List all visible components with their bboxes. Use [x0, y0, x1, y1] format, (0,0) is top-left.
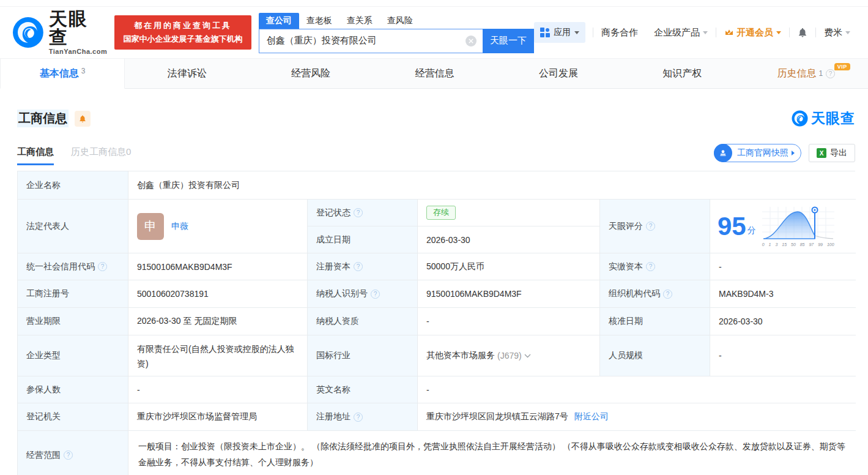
- enterprise-products-menu[interactable]: 企业级产品: [646, 27, 716, 39]
- monitor-bell-button[interactable]: [75, 111, 91, 127]
- nearby-companies-link[interactable]: 附近公司: [574, 411, 609, 422]
- notifications-bell-button[interactable]: [790, 27, 815, 38]
- tab-history-info-count: 1: [818, 69, 823, 78]
- search-tabs: 查公司 查老板 查关系 查风险: [259, 12, 534, 29]
- business-cooperation-link[interactable]: 商务合作: [593, 27, 646, 39]
- search-tab-relation[interactable]: 查关系: [339, 13, 380, 29]
- value-insured-count: -: [128, 376, 308, 403]
- chevron-down-icon[interactable]: [524, 354, 531, 358]
- subtab-row: 工商信息 历史工商信息0 工商官网快照 X 导出: [17, 144, 855, 167]
- tab-basic-info-label: 基本信息: [40, 67, 79, 80]
- score-axis-ticks: 0131550859799100: [762, 242, 834, 247]
- label-english-name: 英文名称: [308, 376, 418, 403]
- chevron-down-icon: [776, 31, 781, 34]
- value-registration-number: 500106020738191: [128, 280, 308, 308]
- page-top-divider: [0, 0, 868, 7]
- chevron-down-icon: [845, 31, 850, 34]
- tab-basic-info-count: 3: [81, 67, 86, 75]
- label-establish-date: 成立日期: [308, 226, 418, 253]
- value-tyc-score[interactable]: 95 分: [710, 200, 856, 253]
- official-snapshot-button[interactable]: 工商官网快照: [714, 144, 801, 162]
- value-paid-capital: -: [710, 253, 856, 280]
- help-icon[interactable]: ?: [354, 413, 363, 422]
- tab-intellectual-property-label: 知识产权: [662, 67, 702, 80]
- official-snapshot-label: 工商官网快照: [737, 148, 788, 159]
- search-button[interactable]: 天眼一下: [483, 29, 534, 53]
- label-registration-number: 工商注册号: [18, 280, 128, 308]
- value-business-term: 2026-03-30 至 无固定期限: [128, 308, 308, 335]
- tab-operation-risk-label: 经营风险: [291, 67, 330, 80]
- label-taxpayer-id: 纳税人识别号 ?: [308, 280, 418, 308]
- tab-company-development[interactable]: 公司发展: [497, 59, 620, 88]
- value-legal-representative: 申 申薇: [128, 200, 308, 253]
- excel-icon: X: [817, 148, 826, 158]
- help-icon[interactable]: ?: [826, 69, 835, 78]
- avatar[interactable]: 申: [137, 213, 164, 240]
- value-registered-capital: 50000万人民币: [418, 253, 600, 280]
- arrow-right-icon: [792, 151, 795, 155]
- help-icon[interactable]: ?: [64, 451, 73, 460]
- label-business-scope: 经营范围 ?: [18, 431, 128, 475]
- legal-representative-link[interactable]: 申薇: [171, 221, 188, 232]
- label-registered-capital: 注册资本 ?: [308, 253, 418, 280]
- username: 费米: [824, 27, 842, 39]
- topbar: 天眼查 TianYanCha.com 都在用的商业查询工具 国家中小企业发展子基…: [0, 7, 868, 58]
- section-title: 工商信息: [17, 110, 69, 127]
- value-approval-date: 2026-03-30: [710, 308, 856, 335]
- slogan-line-1: 都在用的商业查询工具: [134, 20, 232, 31]
- logo-domain: TianYanCha.com: [49, 48, 108, 55]
- help-icon[interactable]: ?: [98, 262, 107, 271]
- help-icon[interactable]: ?: [646, 262, 655, 271]
- tab-legal-litigation[interactable]: 法律诉讼: [125, 59, 248, 88]
- tab-basic-info[interactable]: 基本信息 3: [0, 59, 125, 89]
- help-icon[interactable]: ?: [663, 290, 672, 299]
- tab-legal-litigation-label: 法律诉讼: [168, 67, 207, 80]
- apps-menu-label: 应用: [554, 27, 571, 38]
- label-company-type: 企业类型: [18, 335, 128, 376]
- tianyancha-swirl-icon: [792, 110, 808, 127]
- value-credit-code: 91500106MAKB9D4M3F: [128, 253, 308, 280]
- subtab-history-business-info[interactable]: 历史工商信息0: [71, 146, 131, 165]
- help-icon[interactable]: ?: [354, 208, 363, 217]
- user-account-menu[interactable]: 费米: [816, 27, 858, 39]
- search-input[interactable]: [259, 29, 483, 53]
- status-badge: 存续: [426, 206, 456, 219]
- stamp-icon: [714, 144, 732, 162]
- bell-icon: [797, 27, 808, 38]
- value-registered-address: 重庆市沙坪坝区回龙坝镇五云湖路7号 附近公司: [418, 403, 856, 431]
- watermark-logo: 天眼查: [792, 109, 855, 128]
- subtab-business-info[interactable]: 工商信息: [17, 146, 54, 165]
- tab-company-development-label: 公司发展: [539, 67, 578, 80]
- open-vip-button[interactable]: 开通会员: [716, 27, 789, 39]
- label-registered-address: 注册地址 ?: [308, 403, 418, 431]
- search-tab-boss[interactable]: 查老板: [299, 13, 339, 29]
- help-icon[interactable]: ?: [646, 222, 655, 231]
- export-label: 导出: [830, 148, 847, 159]
- tianyancha-swirl-icon: [12, 17, 44, 48]
- tianyancha-logo[interactable]: 天眼查 TianYanCha.com: [12, 10, 107, 55]
- help-icon[interactable]: ?: [371, 290, 380, 299]
- value-org-code: MAKB9D4M-3: [710, 280, 856, 308]
- tab-operation-info-label: 经营信息: [415, 67, 454, 80]
- search-tab-risk[interactable]: 查风险: [380, 13, 420, 29]
- apps-menu-button[interactable]: 应用: [534, 22, 585, 43]
- tab-history-info[interactable]: VIP 历史信息 1 ?: [744, 59, 868, 88]
- value-taxpayer-quality: -: [418, 308, 600, 335]
- label-paid-capital: 实缴资本 ?: [600, 253, 710, 280]
- export-button[interactable]: X 导出: [809, 144, 855, 162]
- clear-search-icon[interactable]: [466, 36, 477, 47]
- value-staff-size: -: [710, 335, 856, 376]
- tab-operation-info[interactable]: 经营信息: [373, 59, 496, 88]
- business-info-table: 企业名称 创鑫（重庆）投资有限公司 法定代表人 申 申薇 登记状态 ? 存续 成…: [17, 171, 855, 475]
- crown-icon: [724, 28, 734, 37]
- label-org-code: 组织机构代码 ?: [600, 280, 710, 308]
- search-tab-company[interactable]: 查公司: [259, 13, 299, 29]
- help-icon[interactable]: ?: [354, 262, 363, 271]
- value-company-name: 创鑫（重庆）投资有限公司: [128, 171, 856, 200]
- value-industry[interactable]: 其他资本市场服务 (J679): [418, 335, 600, 376]
- tab-operation-risk[interactable]: 经营风险: [249, 59, 373, 88]
- tab-intellectual-property[interactable]: 知识产权: [620, 59, 744, 88]
- label-business-term: 营业期限: [18, 308, 128, 335]
- label-legal-representative: 法定代表人: [18, 200, 128, 253]
- watermark-logo-text: 天眼查: [811, 109, 855, 128]
